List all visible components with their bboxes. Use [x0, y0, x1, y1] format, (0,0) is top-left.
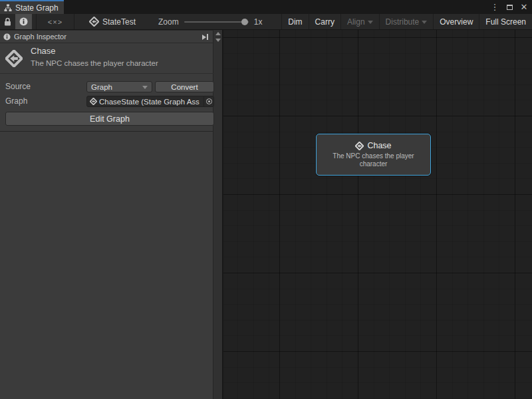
zoom-slider-track[interactable]: [184, 21, 249, 23]
graph-hierarchy-icon: [4, 4, 12, 12]
full-screen-button[interactable]: Full Screen: [479, 14, 532, 29]
state-summary: Chase The NPC chases the player characte…: [0, 43, 213, 74]
lock-button[interactable]: [0, 14, 15, 29]
dock-icon: [202, 35, 206, 40]
breadcrumb-label: StateTest: [102, 17, 136, 27]
state-graph-icon: [89, 17, 99, 27]
node-description: The NPC chases the player character: [324, 152, 424, 168]
object-picker-button[interactable]: [203, 96, 213, 106]
tab-title: State Graph: [15, 3, 59, 13]
node-title: Chase: [367, 141, 391, 150]
state-graph-icon: [5, 50, 23, 67]
inspector-title: Graph Inspector: [14, 33, 66, 41]
state-graph-icon: [355, 142, 364, 150]
source-dropdown[interactable]: Graph: [86, 81, 152, 92]
scroll-up-button[interactable]: [213, 30, 223, 37]
chevron-down-icon: [422, 21, 427, 24]
state-title: Chase: [31, 46, 56, 56]
align-button[interactable]: Align: [340, 14, 379, 29]
chevron-down-icon: [368, 21, 373, 24]
state-description: The NPC chases the player character: [31, 59, 158, 67]
zoom-slider-thumb[interactable]: [241, 19, 248, 25]
triangle-down-icon: [215, 39, 221, 42]
triangle-up-icon: [215, 32, 221, 35]
close-icon[interactable]: ✕: [519, 2, 529, 13]
graph-breadcrumb[interactable]: StateTest: [74, 14, 142, 29]
title-bar: State Graph ⋮ ✕: [0, 0, 532, 14]
carry-button[interactable]: Carry: [309, 14, 340, 29]
object-picker-icon: [206, 98, 212, 104]
zoom-label: Zoom: [158, 17, 179, 27]
tab-state-graph[interactable]: State Graph: [0, 0, 64, 14]
scroll-down-button[interactable]: [213, 37, 223, 43]
divider: [0, 131, 213, 132]
edit-graph-button[interactable]: Edit Graph: [5, 112, 214, 126]
inspector-header: Graph Inspector: [0, 30, 213, 43]
window-menu-icon[interactable]: ⋮: [489, 2, 500, 13]
convert-button[interactable]: Convert: [155, 81, 214, 92]
source-label: Source: [5, 81, 31, 92]
info-icon: [3, 33, 11, 41]
graph-label: Graph: [5, 96, 27, 106]
state-graph-icon: [90, 98, 97, 105]
dock-panel-button[interactable]: [199, 32, 211, 42]
lock-icon: [4, 17, 11, 26]
toolbar: <×> StateTest Zoom 1x Dim Carry: [0, 14, 532, 30]
graph-canvas[interactable]: Chase The NPC chases the player characte…: [223, 30, 532, 399]
distribute-button[interactable]: Distribute: [379, 14, 434, 29]
state-node-chase[interactable]: Chase The NPC chases the player characte…: [316, 134, 431, 176]
chevron-down-icon: [142, 86, 148, 89]
graph-inspector-panel: Graph Inspector Chase The NPC chases the…: [0, 30, 223, 399]
overview-button[interactable]: Overview: [433, 14, 479, 29]
graph-field-value: ChaseState (State Graph Ass: [99, 98, 201, 106]
info-icon: [19, 17, 28, 26]
inspector-scrollbar[interactable]: [213, 30, 222, 399]
inspector-toggle-button[interactable]: [15, 14, 32, 29]
dim-button[interactable]: Dim: [281, 14, 308, 29]
code-view-button[interactable]: <×>: [37, 14, 74, 29]
maximize-icon[interactable]: [504, 2, 515, 13]
zoom-slider[interactable]: [184, 19, 249, 25]
zoom-value: 1x: [254, 17, 263, 27]
graph-object-field[interactable]: ChaseState (State Graph Ass: [86, 96, 214, 107]
